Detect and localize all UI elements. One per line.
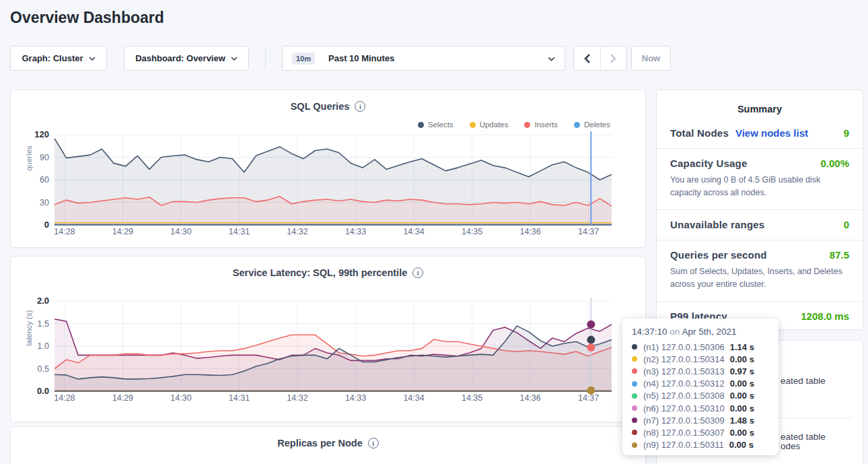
replicas-per-node-card: Replicas per Node i bbox=[10, 426, 646, 464]
svg-text:14:33: 14:33 bbox=[345, 227, 366, 236]
event-item-fragment: odes bbox=[781, 441, 800, 451]
sql-queries-legend: Selects Updates Inserts Deletes bbox=[418, 121, 610, 129]
legend-label: Inserts bbox=[534, 121, 558, 129]
svg-text:30: 30 bbox=[40, 198, 49, 207]
time-range-picker[interactable]: 10m Past 10 Minutes bbox=[282, 46, 565, 71]
svg-text:14:37: 14:37 bbox=[578, 227, 599, 236]
next-time-button[interactable] bbox=[601, 46, 627, 70]
node-address: (n9) 127.0.0.1:50311 bbox=[643, 440, 724, 450]
tooltip-node-row: (n5) 127.0.0.1:50308 0.00 s bbox=[632, 390, 769, 402]
summary-row-unavailable: Unavailable ranges 0 bbox=[657, 210, 863, 240]
dashboard-dropdown[interactable]: Dashboard: Overview bbox=[124, 46, 249, 71]
node-latency-value: 0.00 s bbox=[730, 403, 754, 413]
svg-text:14:29: 14:29 bbox=[112, 393, 133, 403]
svg-text:14:32: 14:32 bbox=[287, 393, 308, 403]
unavailable-ranges-value: 0 bbox=[844, 219, 849, 230]
legend-item: Deletes bbox=[574, 121, 610, 129]
svg-text:1.0: 1.0 bbox=[38, 341, 49, 351]
svg-text:0.0: 0.0 bbox=[37, 386, 49, 396]
tooltip-node-row: (n1) 127.0.0.1:50306 1.14 s bbox=[632, 341, 769, 353]
svg-text:14:35: 14:35 bbox=[462, 393, 482, 403]
capacity-label: Capacity Usage bbox=[670, 158, 748, 169]
node-color-dot bbox=[632, 405, 637, 411]
info-icon[interactable]: i bbox=[355, 101, 365, 112]
svg-text:120: 120 bbox=[34, 129, 49, 139]
node-address: (n4) 127.0.0.1:50312 bbox=[643, 378, 725, 389]
dashboard-dropdown-label: Dashboard: Overview bbox=[135, 53, 225, 63]
svg-text:0.5: 0.5 bbox=[38, 364, 49, 374]
legend-color-dot bbox=[574, 122, 580, 128]
prev-time-button[interactable] bbox=[574, 46, 601, 70]
tooltip-node-row: (n8) 127.0.0.1:50307 0.00 s bbox=[632, 426, 769, 438]
svg-text:14:28: 14:28 bbox=[54, 393, 75, 403]
node-color-dot bbox=[632, 442, 637, 448]
node-color-dot bbox=[632, 381, 637, 387]
summary-title: Summary bbox=[657, 90, 863, 119]
legend-item: Updates bbox=[470, 121, 509, 129]
node-color-dot bbox=[632, 393, 637, 399]
chevron-down-icon bbox=[548, 57, 555, 61]
legend-color-dot bbox=[418, 122, 424, 128]
chevron-down-icon bbox=[89, 57, 96, 61]
sql-queries-chart[interactable]: 14:2814:2914:3014:3114:3214:3314:3414:35… bbox=[44, 129, 612, 242]
qps-label: Queries per second bbox=[670, 249, 767, 261]
unavailable-ranges-label: Unavailable ranges bbox=[670, 219, 764, 230]
graph-scope-dropdown[interactable]: Graph: Cluster bbox=[10, 46, 107, 71]
now-button[interactable]: Now bbox=[631, 46, 671, 71]
svg-text:14:29: 14:29 bbox=[112, 227, 133, 236]
legend-label: Deletes bbox=[584, 121, 610, 129]
svg-text:14:36: 14:36 bbox=[519, 227, 540, 236]
legend-label: Updates bbox=[480, 121, 509, 129]
svg-text:14:31: 14:31 bbox=[229, 393, 250, 403]
service-latency-card: Service Latency: SQL, 99th percentile i … bbox=[10, 256, 646, 422]
svg-text:14:33: 14:33 bbox=[345, 393, 366, 403]
node-address: (n6) 127.0.0.1:50310 bbox=[643, 403, 725, 413]
node-color-dot bbox=[632, 430, 637, 435]
svg-text:60: 60 bbox=[40, 175, 49, 185]
qps-description: Sum of Selects, Updates, Inserts, and De… bbox=[670, 265, 849, 292]
view-nodes-list-link[interactable]: View nodes list bbox=[735, 127, 808, 139]
tooltip-node-row: (n6) 127.0.0.1:50310 0.00 s bbox=[632, 402, 769, 414]
event-item-fragment: eated table bbox=[781, 432, 826, 442]
controls-divider bbox=[265, 47, 266, 69]
svg-text:2.0: 2.0 bbox=[37, 296, 49, 306]
node-color-dot bbox=[632, 356, 637, 362]
svg-text:14:35: 14:35 bbox=[462, 227, 482, 236]
node-latency-value: 0.00 s bbox=[729, 440, 754, 450]
graph-dropdown-label: Graph: Cluster bbox=[22, 53, 83, 63]
service-latency-chart[interactable]: 14:2814:2914:3014:3114:3214:3314:3414:35… bbox=[44, 295, 612, 408]
svg-text:14:37: 14:37 bbox=[578, 393, 599, 403]
node-color-dot bbox=[632, 344, 637, 350]
svg-text:14:30: 14:30 bbox=[170, 393, 191, 403]
node-latency-value: 1.14 s bbox=[730, 342, 754, 352]
summary-row-qps: Queries per second 87.5 Sum of Selects, … bbox=[657, 240, 863, 302]
capacity-value: 0.00% bbox=[820, 158, 849, 169]
legend-item: Selects bbox=[418, 121, 454, 129]
node-address: (n8) 127.0.0.1:50307 bbox=[643, 428, 725, 438]
tooltip-node-row: (n3) 127.0.0.1:50313 0.97 s bbox=[632, 365, 769, 377]
tooltip-node-row: (n2) 127.0.0.1:50314 0.00 s bbox=[632, 353, 769, 365]
tooltip-node-row: (n7) 127.0.0.1:50309 1.48 s bbox=[632, 414, 769, 426]
svg-text:14:28: 14:28 bbox=[54, 227, 75, 236]
info-icon[interactable]: i bbox=[412, 267, 423, 278]
summary-panel: Summary Total Nodes View nodes list 9 Ca… bbox=[656, 90, 863, 330]
total-nodes-value: 9 bbox=[844, 127, 849, 139]
range-badge: 10m bbox=[292, 53, 315, 65]
node-address: (n5) 127.0.0.1:50308 bbox=[643, 391, 725, 401]
range-label: Past 10 Minutes bbox=[328, 53, 394, 63]
tooltip-node-list: (n1) 127.0.0.1:50306 1.14 s (n2) 127.0.0… bbox=[632, 341, 769, 451]
svg-text:14:34: 14:34 bbox=[403, 227, 424, 236]
tooltip-node-row: (n9) 127.0.0.1:50311 0.00 s bbox=[632, 439, 769, 451]
legend-item: Inserts bbox=[524, 121, 558, 129]
node-latency-value: 1.48 s bbox=[730, 416, 754, 426]
node-latency-value: 0.97 s bbox=[730, 366, 754, 376]
tooltip-timestamp: 14:37:10 on Apr 5th, 2021 bbox=[632, 327, 769, 337]
svg-text:0: 0 bbox=[44, 220, 49, 230]
svg-text:14:32: 14:32 bbox=[287, 227, 308, 236]
service-latency-title: Service Latency: SQL, 99th percentile bbox=[233, 267, 408, 278]
node-latency-value: 0.00 s bbox=[730, 354, 754, 364]
svg-text:14:31: 14:31 bbox=[229, 227, 250, 236]
y-axis-unit-label: latency (s) bbox=[25, 298, 33, 358]
overview-dashboard-page: Overview Dashboard Graph: Cluster Dashbo… bbox=[0, 0, 868, 464]
info-icon[interactable]: i bbox=[368, 438, 379, 449]
